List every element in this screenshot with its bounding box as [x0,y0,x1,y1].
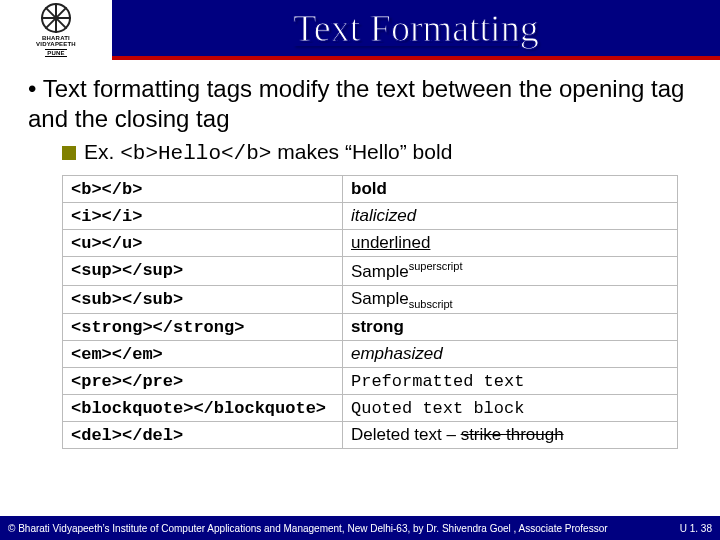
desc-cell: Samplesubscript [343,285,678,313]
table-row: <sub></sub>Samplesubscript [63,285,678,313]
ex-prefix: Ex. [84,140,120,163]
slide-title-wrap: Text Formatting [112,0,720,56]
tag-cell: <blockquote></blockquote> [63,395,343,422]
desc-cell: Preformatted text [343,368,678,395]
formatting-table: <b></b>bold<i></i>italicized<u></u>under… [62,175,678,449]
logo-text-3: PUNE [45,49,66,58]
table-row: <strong></strong>strong [63,314,678,341]
tag-cell: <sup></sup> [63,257,343,286]
tag-cell: <pre></pre> [63,368,343,395]
tag-cell: <del></del> [63,422,343,449]
tag-cell: <strong></strong> [63,314,343,341]
table-row: <b></b>bold [63,176,678,203]
tag-cell: <b></b> [63,176,343,203]
wheel-icon [41,3,71,33]
table-row: <del></del>Deleted text – strike through [63,422,678,449]
logo-text-2: VIDYAPEETH [36,41,76,48]
bullet-level-2: Ex. <b>Hello</b> makes “Hello” bold [62,140,692,165]
desc-cell: Quoted text block [343,395,678,422]
footer-left: © Bharati Vidyapeeth’s Institute of Comp… [8,523,608,534]
table-row: <pre></pre>Preformatted text [63,368,678,395]
tag-cell: <u></u> [63,230,343,257]
table-row: <em></em>emphasized [63,341,678,368]
desc-cell: bold [343,176,678,203]
ex-suffix: makes “Hello” bold [271,140,452,163]
logo: BHARATI VIDYAPEETH PUNE [0,0,112,60]
footer-right: U 1. 38 [680,523,712,534]
slide: { "header": { "title": "Text Formatting"… [0,0,720,540]
logo-text-1: BHARATI [42,35,70,42]
table-row: <blockquote></blockquote>Quoted text blo… [63,395,678,422]
table-row: <u></u>underlined [63,230,678,257]
bullet-level-1: Text formatting tags modify the text bet… [28,74,692,134]
desc-cell: italicized [343,203,678,230]
footer: © Bharati Vidyapeeth’s Institute of Comp… [0,516,720,540]
table-row: <sup></sup>Samplesuperscript [63,257,678,286]
desc-cell: emphasized [343,341,678,368]
tag-cell: <sub></sub> [63,285,343,313]
desc-cell: Samplesuperscript [343,257,678,286]
header: BHARATI VIDYAPEETH PUNE Text Formatting [0,0,720,60]
desc-cell: Deleted text – strike through [343,422,678,449]
slide-title: Text Formatting [293,6,538,50]
table-row: <i></i>italicized [63,203,678,230]
content: Text formatting tags modify the text bet… [0,60,720,449]
bullet2-text: Ex. <b>Hello</b> makes “Hello” bold [84,140,452,165]
tag-cell: <em></em> [63,341,343,368]
desc-cell: underlined [343,230,678,257]
desc-cell: strong [343,314,678,341]
bullet-icon [62,146,76,160]
tag-cell: <i></i> [63,203,343,230]
ex-code: <b>Hello</b> [120,142,271,165]
